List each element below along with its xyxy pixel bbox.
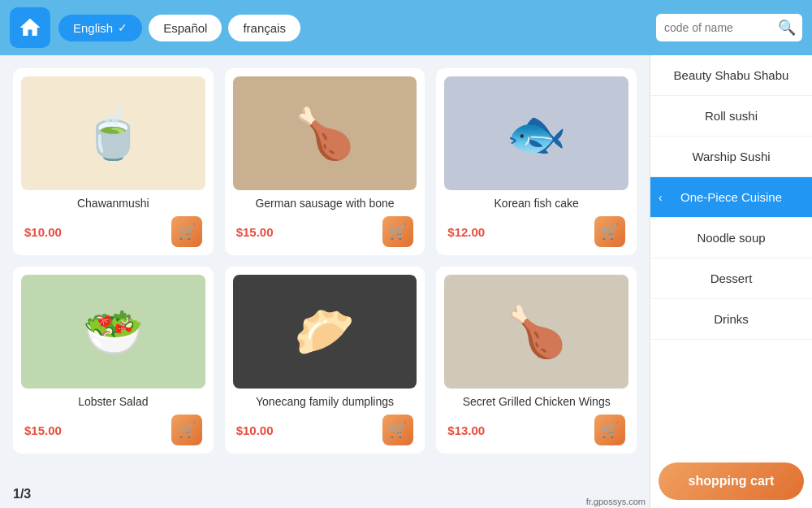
shopping-cart-label: shopping cart (689, 474, 775, 488)
search-icon[interactable]: 🔍 (778, 19, 796, 37)
lang-espanol-button[interactable]: Español (149, 15, 222, 41)
food-name: Lobster Salad (78, 395, 148, 408)
food-price: $15.00 (236, 225, 274, 239)
food-image: 🥟 (233, 275, 417, 389)
food-emoji-icon: 🍵 (83, 76, 144, 190)
food-footer: $12.00🛒 (444, 216, 628, 247)
lang-english-button[interactable]: English ✓ (58, 15, 142, 41)
food-footer: $10.00🛒 (233, 415, 417, 445)
sidebar-item-label: Dessert (710, 271, 753, 285)
food-grid: 🍵Chawanmushi$10.00🛒🍗German sausage with … (13, 68, 637, 454)
food-image: 🍗 (233, 76, 417, 190)
sidebar-item-warship-sushi[interactable]: Warship Sushi (650, 137, 812, 177)
header: English ✓ Español français 🔍 (0, 0, 812, 55)
food-name: Chawanmushi (77, 197, 149, 210)
lang-french-label: français (243, 21, 286, 35)
pagination: 1/3 (13, 487, 31, 501)
search-input[interactable] (664, 21, 778, 34)
sidebar-item-label: One-Piece Cuisine (680, 190, 782, 204)
food-card: 🐟Korean fish cake$12.00🛒 (436, 68, 637, 255)
food-emoji-icon: 🐟 (506, 76, 567, 190)
food-name: German sausage with bone (255, 197, 394, 210)
food-card: 🍗German sausage with bone$15.00🛒 (225, 68, 425, 255)
food-image: 🍵 (21, 76, 205, 190)
sidebar-item-label: Beauty Shabu Shabu (674, 68, 789, 82)
chevron-left-icon: ‹ (659, 191, 663, 204)
food-price: $10.00 (236, 423, 274, 437)
food-footer: $13.00🛒 (444, 415, 628, 445)
add-to-cart-button[interactable]: 🛒 (382, 415, 413, 445)
food-name: Secret Grilled Chicken Wings (463, 395, 611, 408)
food-emoji-icon: 🥗 (83, 275, 144, 389)
add-to-cart-button[interactable]: 🛒 (171, 415, 202, 445)
food-card: 🥟Yonecang family dumplings$10.00🛒 (225, 267, 425, 454)
add-to-cart-button[interactable]: 🛒 (171, 216, 202, 247)
sidebar: Beauty Shabu ShabuRoll sushiWarship Sush… (650, 55, 812, 508)
sidebar-item-label: Noodle soup (697, 231, 765, 245)
food-card: 🍵Chawanmushi$10.00🛒 (13, 68, 214, 255)
sidebar-item-noodle-soup[interactable]: Noodle soup (650, 218, 812, 258)
lang-espanol-label: Español (163, 21, 207, 35)
add-to-cart-button[interactable]: 🛒 (594, 415, 625, 445)
food-image: 🥗 (21, 275, 205, 389)
food-card: 🥗Lobster Salad$15.00🛒 (13, 267, 214, 454)
sidebar-item-label: Drinks (714, 312, 749, 326)
food-price: $10.00 (24, 225, 62, 239)
food-footer: $15.00🛒 (21, 415, 205, 445)
food-card: 🍗Secret Grilled Chicken Wings$13.00🛒 (436, 267, 637, 454)
check-icon: ✓ (118, 21, 127, 34)
home-button[interactable] (10, 7, 50, 48)
watermark: fr.gpossys.com (586, 497, 646, 506)
content-area: 🍵Chawanmushi$10.00🛒🍗German sausage with … (0, 55, 650, 508)
sidebar-item-one-piece-cuisine[interactable]: ‹One-Piece Cuisine (650, 177, 812, 218)
main-layout: 🍵Chawanmushi$10.00🛒🍗German sausage with … (0, 55, 812, 508)
lang-french-button[interactable]: français (228, 15, 300, 41)
food-emoji-icon: 🥟 (294, 275, 355, 389)
shopping-cart-button[interactable]: shopping cart (659, 462, 804, 500)
food-name: Yonecang family dumplings (256, 395, 394, 408)
sidebar-item-roll-sushi[interactable]: Roll sushi (650, 96, 812, 137)
food-price: $12.00 (447, 225, 485, 239)
food-price: $13.00 (447, 423, 485, 437)
food-footer: $10.00🛒 (21, 216, 205, 247)
add-to-cart-button[interactable]: 🛒 (382, 216, 413, 247)
food-name: Korean fish cake (495, 197, 579, 210)
home-icon (18, 15, 42, 40)
food-image: 🐟 (444, 76, 628, 190)
food-price: $15.00 (24, 423, 62, 437)
food-image: 🍗 (444, 275, 628, 389)
sidebar-item-dessert[interactable]: Dessert (650, 258, 812, 299)
food-footer: $15.00🛒 (233, 216, 417, 247)
sidebar-item-beauty-shabu-shabu[interactable]: Beauty Shabu Shabu (650, 55, 812, 96)
sidebar-item-drinks[interactable]: Drinks (650, 299, 812, 340)
sidebar-item-label: Warship Sushi (692, 150, 770, 163)
add-to-cart-button[interactable]: 🛒 (594, 216, 625, 247)
food-emoji-icon: 🍗 (294, 76, 355, 190)
food-emoji-icon: 🍗 (506, 275, 567, 389)
sidebar-item-label: Roll sushi (705, 109, 758, 123)
language-buttons: English ✓ Español français (58, 15, 300, 41)
search-area: 🔍 (656, 14, 802, 41)
lang-english-label: English (73, 21, 113, 35)
page-indicator: 1/3 (13, 487, 31, 501)
